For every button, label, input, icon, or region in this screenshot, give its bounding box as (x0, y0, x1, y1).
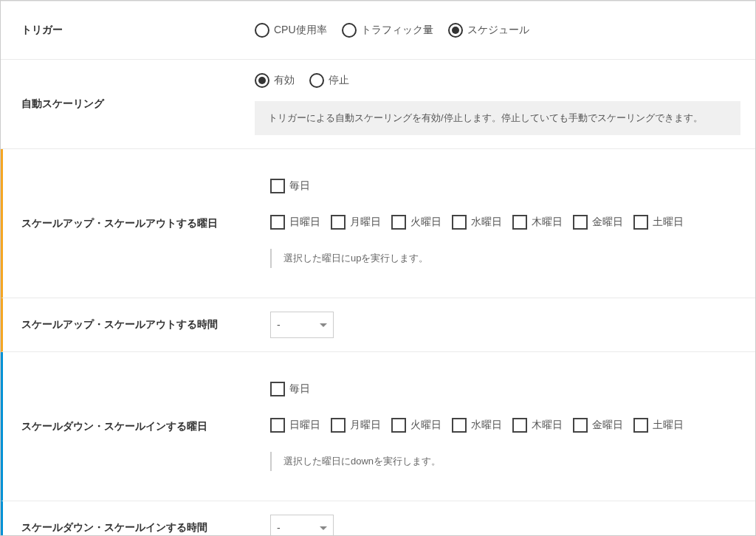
radio-circle-icon (309, 73, 324, 88)
trigger-label: トリガー (1, 9, 255, 52)
checkbox-box-icon (270, 215, 285, 230)
trigger-value: CPU使用率 トラフィック量 スケジュール (255, 10, 755, 51)
scaleup-day-sat[interactable]: 土曜日 (633, 215, 684, 230)
scaledown-time-row: スケールダウン・スケールインする時間 - (1, 501, 755, 536)
scaleup-days-label: スケールアップ・スケールアウトする曜日 (3, 149, 257, 298)
scaleup-day-tue[interactable]: 火曜日 (391, 215, 441, 230)
radio-circle-icon (255, 23, 269, 38)
scaleup-day-wed[interactable]: 水曜日 (452, 215, 502, 230)
form-container: トリガー CPU使用率 トラフィック量 スケジュール 自動スケーリング (1, 1, 755, 536)
scaleup-day-row: 日曜日 月曜日 火曜日 水曜日 木曜日 金曜日 土曜日 (257, 215, 740, 230)
scaledown-everyday-checkbox[interactable]: 毎日 (270, 382, 310, 396)
trigger-radio-traffic[interactable]: トラフィック量 (342, 23, 433, 38)
scaleup-everyday-label: 毎日 (289, 179, 310, 193)
autoscaling-value: 有効 停止 トリガーによる自動スケーリングを有効/停止します。停止していても手動… (255, 60, 755, 148)
scaledown-day-fri[interactable]: 金曜日 (573, 418, 623, 433)
checkbox-box-icon (512, 215, 527, 230)
scaledown-day-sat[interactable]: 土曜日 (633, 418, 684, 433)
trigger-radio-group: CPU使用率 トラフィック量 スケジュール (255, 23, 740, 38)
trigger-row: トリガー CPU使用率 トラフィック量 スケジュール (1, 1, 755, 60)
autoscaling-row: 自動スケーリング 有効 停止 トリガーによる自動スケーリングを有効/停止します。… (1, 60, 755, 149)
trigger-radio-cpu-label: CPU使用率 (274, 24, 327, 37)
radio-circle-icon (448, 23, 463, 38)
scaledown-day-mon[interactable]: 月曜日 (331, 418, 381, 433)
checkbox-box-icon (270, 179, 285, 193)
checkbox-box-icon (573, 418, 588, 433)
scaleup-days-note: 選択した曜日にupを実行します。 (270, 249, 740, 268)
scaledown-days-value: 毎日 日曜日 月曜日 火曜日 水曜日 木曜日 金曜日 土曜日 選択した曜日にdo… (257, 352, 755, 501)
checkbox-box-icon (391, 215, 406, 230)
scaledown-everyday-label: 毎日 (289, 382, 310, 396)
scaleup-days-row: スケールアップ・スケールアウトする曜日 毎日 日曜日 月曜日 火曜日 水曜日 木… (1, 149, 755, 298)
scaleup-day-fri[interactable]: 金曜日 (573, 215, 623, 230)
scaleup-time-label: スケールアップ・スケールアウトする時間 (3, 298, 257, 351)
scaledown-time-label: スケールダウン・スケールインする時間 (3, 501, 257, 536)
checkbox-box-icon (633, 418, 648, 433)
scaleup-time-row: スケールアップ・スケールアウトする時間 - (1, 298, 755, 352)
scaleup-time-select[interactable]: - (270, 312, 334, 338)
checkbox-box-icon (331, 215, 346, 230)
scaledown-day-thu[interactable]: 木曜日 (512, 418, 563, 433)
trigger-radio-schedule[interactable]: スケジュール (448, 23, 529, 38)
trigger-radio-traffic-label: トラフィック量 (361, 24, 433, 37)
radio-circle-icon (342, 23, 357, 38)
autoscaling-help: トリガーによる自動スケーリングを有効/停止します。停止していても手動でスケーリン… (255, 101, 740, 135)
scaledown-time-select[interactable]: - (270, 515, 334, 536)
checkbox-box-icon (270, 382, 285, 396)
chevron-down-icon (320, 323, 327, 327)
scaledown-day-sun[interactable]: 日曜日 (270, 418, 320, 433)
scaleup-day-sun[interactable]: 日曜日 (270, 215, 320, 230)
checkbox-box-icon (391, 418, 406, 433)
scaleup-day-mon[interactable]: 月曜日 (331, 215, 381, 230)
checkbox-box-icon (452, 215, 467, 230)
scaledown-days-row: スケールダウン・スケールインする曜日 毎日 日曜日 月曜日 火曜日 水曜日 木曜… (1, 352, 755, 501)
radio-circle-icon (255, 73, 269, 88)
scaledown-days-label: スケールダウン・スケールインする曜日 (3, 352, 257, 501)
autoscaling-radio-enabled-label: 有効 (274, 74, 295, 87)
chevron-down-icon (320, 526, 327, 530)
scaledown-days-note: 選択した曜日にdownを実行します。 (270, 452, 740, 471)
trigger-radio-cpu[interactable]: CPU使用率 (255, 23, 327, 38)
autoscaling-radio-group: 有効 停止 (255, 73, 740, 88)
checkbox-box-icon (452, 418, 467, 433)
scaleup-day-thu[interactable]: 木曜日 (512, 215, 563, 230)
autoscaling-radio-stopped-label: 停止 (329, 74, 349, 87)
checkbox-box-icon (270, 418, 285, 433)
autoscaling-radio-stopped[interactable]: 停止 (309, 73, 349, 88)
checkbox-box-icon (633, 215, 648, 230)
scaleup-time-value: - (257, 298, 755, 351)
scaleup-time-select-value: - (277, 319, 281, 331)
scaledown-time-value: - (257, 501, 755, 536)
scaledown-day-row: 日曜日 月曜日 火曜日 水曜日 木曜日 金曜日 土曜日 (257, 418, 740, 433)
checkbox-box-icon (512, 418, 527, 433)
checkbox-box-icon (331, 418, 346, 433)
autoscaling-label: 自動スケーリング (1, 60, 255, 148)
checkbox-box-icon (573, 215, 588, 230)
scaledown-day-wed[interactable]: 水曜日 (452, 418, 502, 433)
autoscaling-radio-enabled[interactable]: 有効 (255, 73, 295, 88)
trigger-radio-schedule-label: スケジュール (467, 24, 529, 37)
scaleup-days-value: 毎日 日曜日 月曜日 火曜日 水曜日 木曜日 金曜日 土曜日 選択した曜日にup… (257, 149, 755, 298)
scaleup-everyday-checkbox[interactable]: 毎日 (270, 179, 310, 193)
scaledown-time-select-value: - (277, 522, 281, 534)
scaledown-day-tue[interactable]: 火曜日 (391, 418, 441, 433)
